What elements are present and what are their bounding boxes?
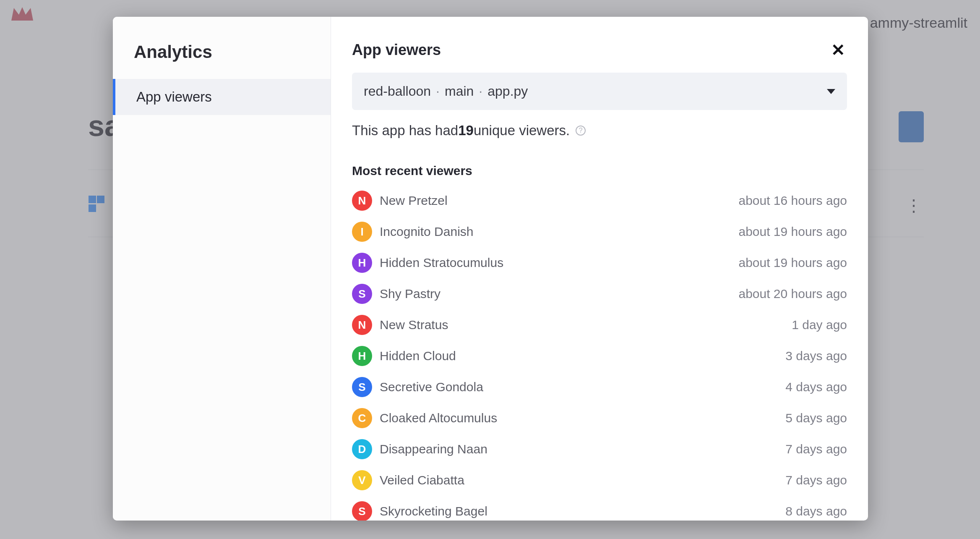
viewer-row: NNew Pretzelabout 16 hours ago xyxy=(352,187,847,214)
viewer-time: 7 days ago xyxy=(785,442,847,456)
viewer-time: about 20 hours ago xyxy=(738,287,847,301)
viewer-name: Hidden Stratocumulus xyxy=(380,256,738,270)
avatar: S xyxy=(352,501,372,521)
viewer-name: Skyrocketing Bagel xyxy=(380,504,785,518)
viewer-row: HHidden Stratocumulusabout 19 hours ago xyxy=(352,249,847,276)
viewer-row: VVeiled Ciabatta7 days ago xyxy=(352,467,847,494)
viewer-row: SShy Pastryabout 20 hours ago xyxy=(352,280,847,307)
avatar: C xyxy=(352,408,372,428)
viewer-name: Disappearing Naan xyxy=(380,442,785,456)
viewer-name: New Pretzel xyxy=(380,194,738,208)
viewer-name: New Stratus xyxy=(380,318,792,332)
modal-sidebar: Analytics App viewers xyxy=(113,17,331,521)
viewer-time: 7 days ago xyxy=(785,473,847,487)
sidebar-item-label: App viewers xyxy=(136,89,212,105)
avatar: H xyxy=(352,253,372,273)
viewers-list: NNew Pretzelabout 16 hours agoIIncognito… xyxy=(352,187,847,521)
viewer-row: IIncognito Danishabout 19 hours ago xyxy=(352,218,847,245)
viewer-row: DDisappearing Naan7 days ago xyxy=(352,436,847,463)
avatar: S xyxy=(352,377,372,397)
avatar: S xyxy=(352,284,372,304)
app-selector-dropdown[interactable]: red-balloon·main·app.py xyxy=(352,73,847,110)
viewer-row: CCloaked Altocumulus5 days ago xyxy=(352,405,847,432)
sidebar-item-app-viewers[interactable]: App viewers xyxy=(113,79,331,115)
avatar: I xyxy=(352,222,372,242)
viewer-time: 8 days ago xyxy=(785,504,847,518)
viewer-row: NNew Stratus1 day ago xyxy=(352,311,847,338)
viewer-summary: This app has had 19 unique viewers. ? xyxy=(352,123,847,139)
recent-viewers-heading: Most recent viewers xyxy=(352,164,847,178)
avatar: D xyxy=(352,439,372,459)
avatar: V xyxy=(352,470,372,490)
viewer-time: 5 days ago xyxy=(785,411,847,425)
viewer-name: Veiled Ciabatta xyxy=(380,473,785,487)
viewer-name: Incognito Danish xyxy=(380,225,738,239)
viewer-time: about 16 hours ago xyxy=(738,194,847,208)
help-icon[interactable]: ? xyxy=(576,126,586,136)
viewer-row: SSecretive Gondola4 days ago xyxy=(352,374,847,400)
modal-title: App viewers xyxy=(352,41,441,59)
modal-main: App viewers ✕ red-balloon·main·app.py Th… xyxy=(331,17,868,521)
viewer-row: SSkyrocketing Bagel8 days ago xyxy=(352,498,847,521)
viewer-time: 1 day ago xyxy=(792,318,847,332)
viewer-time: 4 days ago xyxy=(785,380,847,394)
unique-viewer-count: 19 xyxy=(458,123,474,139)
analytics-modal: Analytics App viewers App viewers ✕ red-… xyxy=(113,17,868,521)
viewer-name: Shy Pastry xyxy=(380,287,738,301)
avatar: H xyxy=(352,346,372,366)
close-icon[interactable]: ✕ xyxy=(829,40,847,60)
viewer-name: Cloaked Altocumulus xyxy=(380,411,785,425)
sidebar-title: Analytics xyxy=(113,42,331,62)
viewer-name: Secretive Gondola xyxy=(380,380,785,394)
viewer-time: 3 days ago xyxy=(785,349,847,363)
viewer-time: about 19 hours ago xyxy=(738,256,847,270)
viewer-time: about 19 hours ago xyxy=(738,225,847,239)
viewer-name: Hidden Cloud xyxy=(380,349,785,363)
app-selector-text: red-balloon·main·app.py xyxy=(364,84,528,99)
chevron-down-icon xyxy=(827,89,835,94)
viewer-row: HHidden Cloud3 days ago xyxy=(352,343,847,369)
avatar: N xyxy=(352,315,372,335)
avatar: N xyxy=(352,191,372,211)
